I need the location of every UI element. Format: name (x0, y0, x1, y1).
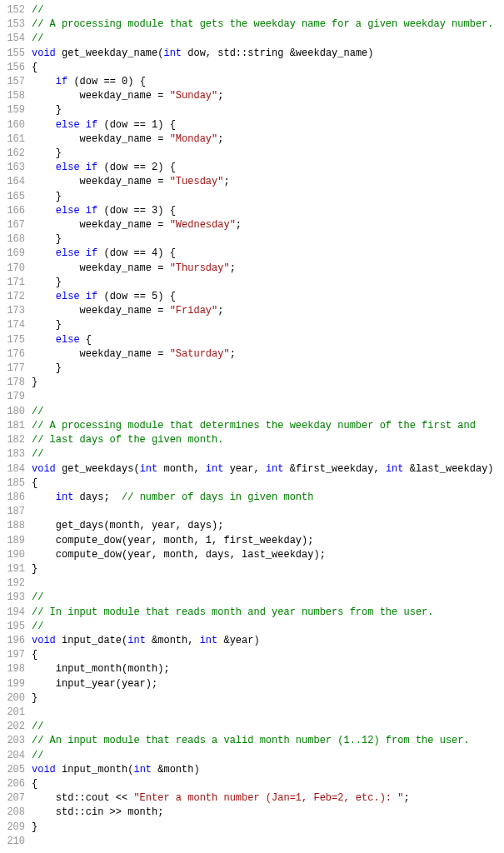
code-content (32, 505, 504, 519)
code-line: 173 weekday_name = "Friday"; (0, 304, 504, 318)
code-line: 192 (0, 576, 504, 591)
code-content: weekday_name = "Friday"; (32, 304, 504, 318)
code-line: 187 (0, 505, 504, 519)
code-line: 183// (0, 447, 504, 461)
line-number: 209 (0, 821, 32, 835)
code-content: weekday_name = "Thursday"; (32, 262, 504, 276)
line-number: 177 (0, 362, 32, 376)
line-number: 203 (0, 734, 32, 748)
code-line: 206{ (0, 777, 504, 791)
code-content: // (32, 405, 504, 419)
code-content: weekday_name = "Wednesday"; (32, 218, 504, 232)
code-content: } (32, 821, 504, 835)
code-listing: 152//153// A processing module that gets… (0, 0, 504, 852)
line-number: 192 (0, 576, 32, 591)
line-number: 185 (0, 476, 32, 491)
code-line: 210 (0, 835, 504, 849)
code-content: { (32, 777, 504, 791)
line-number: 178 (0, 376, 32, 390)
code-line: 188 get_days(month, year, days); (0, 519, 504, 533)
code-content: // An input module that reads a valid mo… (32, 734, 504, 748)
code-line: 169 else if (dow == 4) { (0, 247, 504, 261)
line-number: 179 (0, 390, 32, 404)
line-number: 180 (0, 405, 32, 419)
code-content: // A processing module that gets the wee… (32, 17, 504, 32)
code-line: 195// (0, 620, 504, 634)
code-line: 190 compute_dow(year, month, days, last_… (0, 548, 504, 562)
line-number: 200 (0, 691, 32, 706)
code-content: } (32, 232, 504, 247)
code-content: get_days(month, year, days); (32, 519, 504, 533)
code-line: 184void get_weekdays(int month, int year… (0, 462, 504, 476)
line-number: 197 (0, 648, 32, 662)
code-line: 194// In input module that reads month a… (0, 606, 504, 620)
line-number: 188 (0, 519, 32, 533)
code-content: } (32, 562, 504, 576)
line-number: 206 (0, 777, 32, 791)
line-number: 201 (0, 706, 32, 720)
line-number: 194 (0, 606, 32, 620)
code-line: 176 weekday_name = "Saturday"; (0, 347, 504, 362)
line-number: 187 (0, 505, 32, 519)
code-line: 165 } (0, 190, 504, 204)
code-content: { (32, 648, 504, 662)
code-content: { (32, 476, 504, 491)
code-line: 208 std::cin >> month; (0, 806, 504, 820)
line-number: 164 (0, 175, 32, 189)
code-line: 191} (0, 562, 504, 576)
code-content: weekday_name = "Saturday"; (32, 347, 504, 362)
code-line: 175 else { (0, 333, 504, 347)
code-line: 185{ (0, 476, 504, 491)
line-number: 176 (0, 347, 32, 362)
line-number: 171 (0, 276, 32, 290)
code-content: weekday_name = "Tuesday"; (32, 175, 504, 189)
code-content: // A processing module that determines t… (32, 419, 504, 433)
line-number: 202 (0, 720, 32, 734)
code-content (32, 706, 504, 720)
code-line: 155void get_weekday_name(int dow, std::s… (0, 47, 504, 61)
line-number: 165 (0, 190, 32, 204)
code-line: 186 int days; // number of days in given… (0, 491, 504, 505)
code-content: // (32, 3, 504, 17)
line-number: 208 (0, 806, 32, 820)
code-line: 172 else if (dow == 5) { (0, 290, 504, 304)
code-line: 178} (0, 376, 504, 390)
code-line: 205void input_month(int &month) (0, 763, 504, 777)
line-number: 157 (0, 75, 32, 89)
code-content: // (32, 32, 504, 46)
code-line: 168 } (0, 232, 504, 247)
line-number: 207 (0, 791, 32, 806)
line-number: 174 (0, 318, 32, 332)
code-line: 209} (0, 821, 504, 835)
code-content: weekday_name = "Monday"; (32, 132, 504, 147)
code-content: // last days of the given month. (32, 433, 504, 447)
code-line: 166 else if (dow == 3) { (0, 204, 504, 218)
code-content: else if (dow == 3) { (32, 204, 504, 218)
code-line: 174 } (0, 318, 504, 332)
code-content: // (32, 720, 504, 734)
line-number: 162 (0, 147, 32, 161)
code-line: 202// (0, 720, 504, 734)
line-number: 172 (0, 290, 32, 304)
line-number: 163 (0, 161, 32, 175)
code-line: 163 else if (dow == 2) { (0, 161, 504, 175)
line-number: 158 (0, 89, 32, 103)
code-line: 201 (0, 706, 504, 720)
code-line: 161 weekday_name = "Monday"; (0, 132, 504, 147)
code-content: else if (dow == 5) { (32, 290, 504, 304)
code-content: } (32, 147, 504, 161)
code-line: 159 } (0, 103, 504, 117)
line-number: 198 (0, 662, 32, 676)
line-number: 167 (0, 218, 32, 232)
code-line: 164 weekday_name = "Tuesday"; (0, 175, 504, 189)
code-line: 204// (0, 749, 504, 763)
line-number: 210 (0, 835, 32, 849)
line-number: 186 (0, 491, 32, 505)
line-number: 190 (0, 548, 32, 562)
code-content: input_year(year); (32, 677, 504, 691)
line-number: 154 (0, 32, 32, 46)
code-line: 198 input_month(month); (0, 662, 504, 676)
line-number: 205 (0, 763, 32, 777)
code-line: 189 compute_dow(year, month, 1, first_we… (0, 534, 504, 548)
line-number: 183 (0, 447, 32, 461)
